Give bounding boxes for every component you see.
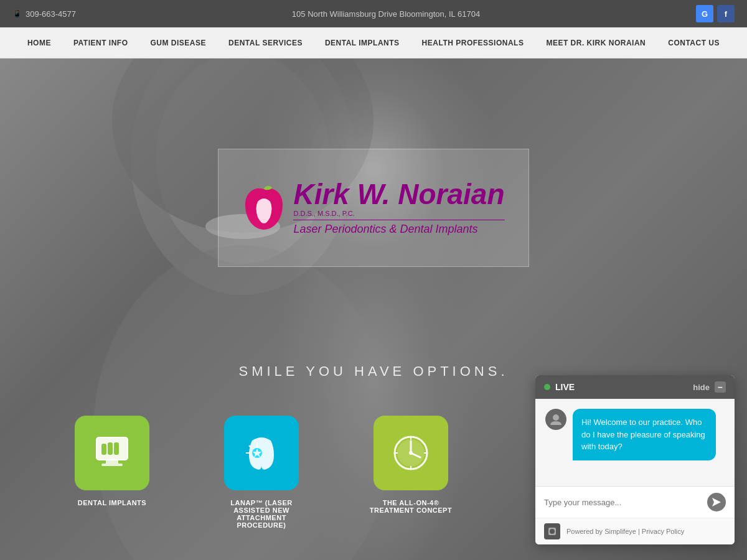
- allon4-icon-bg: [374, 416, 448, 490]
- phone-number[interactable]: 309-663-4577: [12, 9, 76, 19]
- svg-point-26: [553, 414, 559, 421]
- svg-point-21: [409, 451, 413, 455]
- logo-subtitle: Laser Periodontics & Dental Implants: [293, 220, 504, 236]
- live-indicator: LIVE: [544, 382, 575, 392]
- allon4-label: THE ALL-ON-4® TREATMENT CONCEPT: [361, 499, 461, 514]
- logo-credentials: D.D.S., M.S.D., P.C.: [293, 210, 504, 217]
- google-button[interactable]: G: [696, 5, 713, 22]
- logo-box: Kirk W. Noraian D.D.S., M.S.D., P.C. Las…: [218, 149, 529, 267]
- clock-tooth-icon: [389, 431, 433, 475]
- logo-text: Kirk W. Noraian D.D.S., M.S.D., P.C. Las…: [293, 180, 504, 236]
- facebook-button[interactable]: f: [717, 5, 735, 22]
- svg-rect-10: [108, 442, 113, 455]
- hide-label[interactable]: hide: [693, 383, 710, 392]
- lanap-icon-bg: [224, 416, 299, 490]
- svg-rect-7: [106, 460, 118, 464]
- avatar-icon: [549, 413, 563, 426]
- nav-dental-implants[interactable]: DENTAL IMPLANTS: [314, 27, 411, 58]
- minimize-button[interactable]: –: [715, 381, 726, 393]
- monitor-teeth-icon: [90, 431, 134, 475]
- chat-input[interactable]: [544, 498, 701, 507]
- navigation: HOME PATIENT INFO GUM DISEASE DENTAL SER…: [0, 27, 747, 58]
- dental-implants-label: DENTAL IMPLANTS: [78, 499, 146, 506]
- svg-rect-8: [101, 464, 123, 466]
- practice-name: Kirk W. Noraian: [293, 180, 504, 208]
- chat-footer: Powered by Simplifeye | Privacy Policy: [535, 518, 735, 544]
- send-icon: [712, 498, 721, 506]
- chat-widget: LIVE hide – Hi! Welcome to our practice.…: [535, 375, 735, 544]
- nav-dental-services[interactable]: DENTAL SERVICES: [217, 27, 314, 58]
- nav-home[interactable]: HOME: [16, 27, 62, 58]
- chat-avatar: [545, 409, 566, 430]
- nav-meet-dr[interactable]: MEET DR. KIRK NORAIAN: [535, 27, 657, 58]
- lanap-label: LANAP™ (LASER ASSISTED NEW ATTACHMENT PR…: [212, 499, 311, 529]
- chat-message: Hi! Welcome to our practice. Who do I ha…: [573, 409, 716, 460]
- nav-health-professionals[interactable]: HEALTH PROFESSIONALS: [411, 27, 535, 58]
- address: 105 North Williamsburg Drive Bloomington…: [292, 9, 480, 19]
- nav-contact-us[interactable]: CONTACT US: [657, 27, 731, 58]
- chat-header: LIVE hide –: [535, 375, 735, 399]
- social-icons: G f: [696, 5, 735, 22]
- service-card-lanap[interactable]: LANAP™ (LASER ASSISTED NEW ATTACHMENT PR…: [212, 416, 311, 529]
- chat-footer-text: Powered by Simplifeye | Privacy Policy: [566, 528, 684, 535]
- nav-gum-disease[interactable]: GUM DISEASE: [139, 27, 218, 58]
- logo-icon: [242, 183, 286, 233]
- svg-marker-27: [712, 498, 721, 506]
- live-dot: [544, 384, 550, 390]
- simplifeye-logo: [544, 523, 560, 539]
- hero-section: Kirk W. Noraian D.D.S., M.S.D., P.C. Las…: [0, 58, 747, 560]
- chat-input-area: [535, 486, 735, 518]
- top-bar: 309-663-4577 105 North Williamsburg Driv…: [0, 0, 747, 27]
- chat-send-button[interactable]: [707, 493, 726, 511]
- dental-implants-icon-bg: [75, 416, 149, 490]
- chat-body: Hi! Welcome to our practice. Who do I ha…: [535, 399, 735, 486]
- service-card-dental-implants[interactable]: DENTAL IMPLANTS: [62, 416, 162, 529]
- live-label: LIVE: [555, 382, 575, 392]
- chat-hide-controls[interactable]: hide –: [693, 381, 726, 393]
- laser-tooth-icon: [240, 431, 283, 475]
- service-card-allon4[interactable]: THE ALL-ON-4® TREATMENT CONCEPT: [361, 416, 461, 529]
- simplifeye-icon: [547, 526, 557, 536]
- svg-point-29: [550, 529, 555, 534]
- svg-rect-11: [114, 442, 119, 455]
- nav-patient-info[interactable]: PATIENT INFO: [62, 27, 139, 58]
- service-cards: DENTAL IMPLANTS LANAP™ (LASER ASSISTED N…: [62, 416, 461, 529]
- svg-rect-9: [101, 444, 106, 455]
